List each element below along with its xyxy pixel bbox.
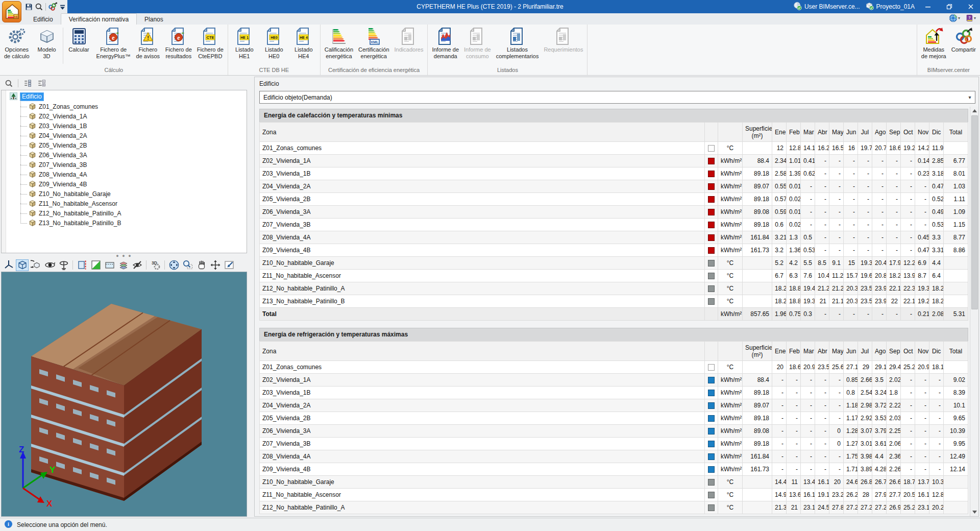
tree-expand-all-icon[interactable] [21,78,34,89]
table-row-z04-vivienda-2a[interactable]: Z04_Vivienda_2AkWh/m²89.07-----1.182.983… [260,399,968,412]
restore-button[interactable] [941,0,958,13]
table-row-z02-vivienda-1a[interactable]: Z02_Vivienda_1AkWh/m²88.4-----0.852.663.… [260,374,968,387]
table-row-z12-no-habitable-patinillo-a[interactable]: Z12_No_habitable_Patinillo_A°C21.32123.1… [260,501,968,514]
move-view-icon[interactable] [209,259,222,271]
table-row-z04-vivienda-2a[interactable]: Z04_Vivienda_2AkWh/m²89.070.550.01------… [260,180,968,193]
modelo-3d-button[interactable]: Modelo3D [32,26,62,60]
section-plane-icon[interactable] [76,259,88,271]
pan-icon[interactable] [195,259,208,271]
table-row-z12-no-habitable-patinillo-a[interactable]: Z12_No_habitable_Patinillo_A°C18.218.819… [260,282,968,295]
table-row-z03-vivienda-1b[interactable]: Z03_Vivienda_1BkWh/m²89.182.581.390.62--… [260,167,968,180]
fichero-de-cteepbd-button[interactable]: CTEFichero deCteEPBD [194,26,226,60]
view-cube-icon[interactable] [16,259,29,271]
search-icon[interactable] [34,1,44,12]
orbit-icon[interactable] [43,259,56,271]
listado-he1-button[interactable]: HE 1ListadoHE1 [230,26,259,60]
fichero-de-avisos-button[interactable]: !Ficherode avisos [133,26,163,60]
vertical-splitter[interactable] [247,77,254,517]
table-row-z07-vivienda-3b[interactable]: Z07_Vivienda_3BkWh/m²89.18----01.273.013… [260,438,968,450]
tree-item-z09-vivienda-4b[interactable]: Z09_Vivienda_4B [6,179,247,189]
table-row-z05-vivienda-2b[interactable]: Z05_Vivienda_2BkWh/m²89.180.570.02------… [260,193,968,206]
table-row-z11-no-habitable-ascensor[interactable]: Z11_No_habitable_Ascensor°C6.76.37.610.4… [260,270,968,282]
opciones-de-calculo-button[interactable]: Opcionesde cálculo [2,26,32,60]
listado-he0-button[interactable]: HE0ListadoHE0 [259,26,289,60]
fit-window-icon[interactable] [223,259,235,271]
table-row-z10-no-habitable-garaje[interactable]: Z10_No_habitable_Garaje°C5.24.25.58.59.1… [260,257,968,270]
zoom-window-icon[interactable] [181,259,194,271]
tree-collapse-all-icon[interactable] [35,78,47,89]
tab-edificio[interactable]: Edificio [26,14,61,25]
tree-item-z11-no-habitable-ascensor[interactable]: Z11_No_habitable_Ascensor [6,199,247,208]
table-row-z05-vivienda-2b[interactable]: Z05_Vivienda_2BkWh/m²89.18-----1.172.923… [260,412,968,425]
table-row-total[interactable]: TotalkWh/m²857.651.960.750.3-------0.212… [260,308,968,321]
rotate-view-icon[interactable] [30,259,42,271]
table-row-z08-vivienda-4a[interactable]: Z08_Vivienda_4AkWh/m²161.84-----1.753.98… [260,450,968,463]
close-button[interactable] [963,0,979,13]
help-book-icon[interactable]: ?▾ [965,14,976,22]
zone-checkbox[interactable] [708,145,715,152]
table-row-z06-vivienda-3a[interactable]: Z06_Vivienda_3AkWh/m²89.080.590.01------… [260,206,968,219]
compartir-button[interactable]: Compartir [949,26,978,53]
certificacion-energetica-button[interactable]: XMLCertificaciónenergética [356,26,392,60]
tree-item-z04-vivienda-2a[interactable]: Z04_Vivienda_2A [6,131,247,140]
table-row-z02-vivienda-1a[interactable]: Z02_Vivienda_1AkWh/m²88.42.341.010.41---… [260,155,968,167]
tree-item-z06-vivienda-3a[interactable]: Z06_Vivienda_3A [6,150,247,160]
fichero-de-resultados-button[interactable]: eFichero deresultados [163,26,194,60]
bimserver-user-chip[interactable]: User BIMserver.ce... [793,2,860,12]
tree-item-z03-vivienda-1b[interactable]: Z03_Vivienda_1B [6,121,247,131]
scroll-up-arrow[interactable] [970,107,978,115]
bimserver-sync-icon[interactable] [47,1,58,12]
table-row-z07-vivienda-3b[interactable]: Z07_Vivienda_3BkWh/m²89.180.60.02-------… [260,219,968,231]
table-row-z11-no-habitable-ascensor[interactable]: Z11_No_habitable_Ascensor°C14.913.616.11… [260,489,968,501]
tree-item-z01-zonas-comunes[interactable]: Z01_Zonas_comunes [6,102,247,111]
tab-planos[interactable]: Planos [137,14,171,25]
table-row-z09-vivienda-4b[interactable]: Z09_Vivienda_4BkWh/m²161.73-----1.713.89… [260,463,968,476]
table-row-z13-no-habitable-patinillo-b[interactable]: Z13_No_habitable_Patinillo_B°C18.218.819… [260,295,968,308]
app-icon[interactable]: HE [2,1,21,22]
zoom-extents-icon[interactable] [167,259,180,271]
building-object-select[interactable]: Edificio objeto(Demanda) ▾ [259,91,975,104]
panel-splitter-handle[interactable]: ● ● ● [1,253,247,258]
table-row-z06-vivienda-3a[interactable]: Z06_Vivienda_3AkWh/m²89.08----01.283.073… [260,425,968,438]
tree-item-z02-vivienda-1a[interactable]: Z02_Vivienda_1A [6,111,247,121]
save-icon[interactable] [24,1,34,12]
scrollbar-thumb[interactable] [971,115,978,309]
hide-elements-icon[interactable] [131,259,143,271]
fichero-de-energyplus-button[interactable]: eFichero deEnergyPlus™ [94,26,133,60]
settings-3d-icon[interactable]: 3D [149,259,162,271]
model-3d-viewport[interactable]: Z Y X [1,272,247,517]
tree-item-z13-no-habitable-patinillo-b[interactable]: Z13_No_habitable_Patinillo_B [6,218,247,228]
tree-item-z07-vivienda-3b[interactable]: Z07_Vivienda_3B [6,160,247,170]
turntable-icon[interactable] [57,259,70,271]
tree-root-edificio[interactable]: Edificio [6,92,247,102]
medidas-de-mejora-button[interactable]: Medidasde mejora [919,26,949,60]
calcular-button[interactable]: Calcular [64,26,94,53]
tree-item-z08-vivienda-4a[interactable]: Z08_Vivienda_4A [6,170,247,179]
table-row-z09-vivienda-4b[interactable]: Z09_Vivienda_4BkWh/m²161.733.21.360.53--… [260,244,968,257]
clip-box-icon[interactable] [103,259,116,271]
informe-de-demanda-button[interactable]: Informe dedemanda [429,26,461,60]
listado-he4-button[interactable]: HE 4ListadoHE4 [289,26,318,60]
vertical-scrollbar[interactable] [970,107,978,516]
minimize-button[interactable] [920,0,936,13]
tree-search-icon[interactable] [3,78,15,89]
zone-checkbox[interactable] [708,364,715,371]
layers-icon[interactable] [117,259,130,271]
table-row-z03-vivienda-1b[interactable]: Z03_Vivienda_1BkWh/m²89.18-----0.82.543.… [260,387,968,399]
bimserver-project-chip[interactable]: Proyecto_01A [865,2,915,12]
language-globe-icon[interactable]: ▾ [949,14,960,22]
axes-icon[interactable] [2,259,15,271]
clip-plane-icon[interactable] [89,259,102,271]
tab-verificacion-normativa[interactable]: Verificación normativa [61,13,137,25]
tree-scrollbar[interactable] [2,90,6,253]
table-row-z08-vivienda-4a[interactable]: Z08_Vivienda_4AkWh/m²161.843.211.30.5---… [260,231,968,244]
tree-item-z10-no-habitable-garaje[interactable]: Z10_No_habitable_Garaje [6,189,247,199]
tree-item-z05-vivienda-2b[interactable]: Z05_Vivienda_2B [6,140,247,150]
calificacion-energetica-button[interactable]: Calificaciónenergética [322,26,356,60]
table-row-z01-zonas-comunes[interactable]: Z01_Zonas_comunes°C1212.814.116.216.5161… [260,142,968,155]
scroll-down-arrow[interactable] [970,508,978,516]
toolbar-customize-caret-icon[interactable] [57,1,67,12]
table-row-z01-zonas-comunes[interactable]: Z01_Zonas_comunes°C2018.620.923.525.627.… [260,361,968,374]
table-row-z10-no-habitable-garaje[interactable]: Z10_No_habitable_Garaje°C14.41113.416.12… [260,476,968,489]
listados-complementarios-button[interactable]: Listadoscomplementarios [494,26,542,60]
